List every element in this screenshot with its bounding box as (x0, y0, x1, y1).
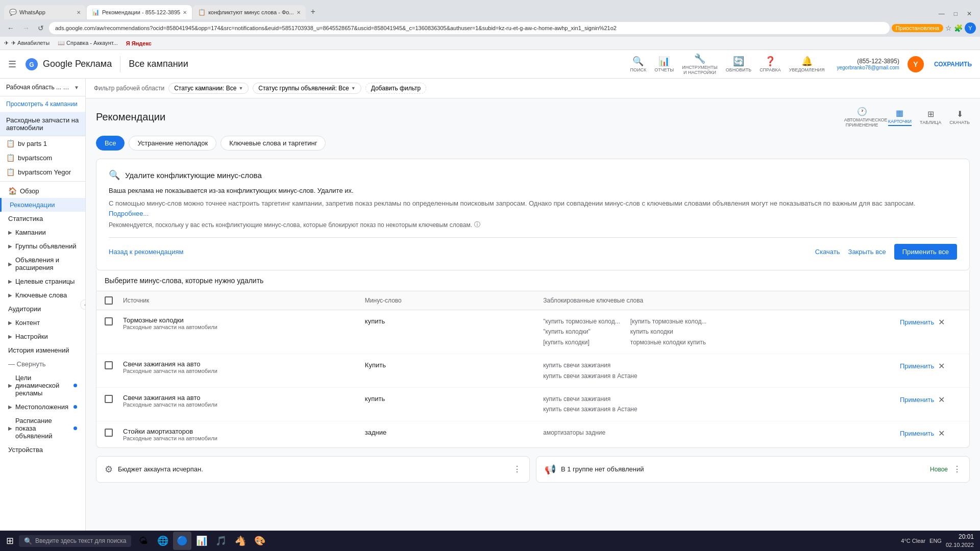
rec-card-link[interactable]: Подробнее... (109, 210, 149, 217)
rec-download-btn[interactable]: Скачать (815, 248, 840, 256)
rec-close-all-btn[interactable]: Закрыть все (848, 248, 886, 256)
bookmark-aviabilety[interactable]: ✈ ✈ Авиабилеты (4, 40, 50, 46)
workspace-label: Рабочая область ... Все кампании (6, 84, 72, 91)
row3-apply-btn[interactable]: Применить (900, 396, 934, 404)
row4-source-name: Стойки амортизаторов (123, 428, 361, 435)
row3-close-btn[interactable]: ✕ (938, 395, 945, 405)
sidebar-item-devices[interactable]: Устройства (0, 443, 85, 457)
select-all-checkbox[interactable] (105, 296, 113, 305)
row1-apply-btn[interactable]: Применить (900, 318, 934, 326)
no-ads-more-icon[interactable]: ⋮ (953, 464, 961, 474)
pill-keywords[interactable]: Ключевые слова и таргетинг (220, 136, 326, 151)
account-info[interactable]: (855-122-3895) yegorbranko78@gmail.com (837, 58, 899, 70)
adgroups-expand-icon: ▶ (8, 243, 12, 249)
sidebar-item-ads[interactable]: ▶ Объявления и расширения (0, 253, 85, 274)
filter-chip-add[interactable]: Добавить фильтр (365, 83, 426, 94)
sidebar-item-overview[interactable]: 🏠 Обзор (0, 184, 85, 198)
window-minimize[interactable]: — (935, 8, 949, 19)
account-avatar[interactable]: Y (908, 56, 924, 72)
row4-apply-btn[interactable]: Применить (900, 430, 934, 437)
content-area: Фильтр рабочей области Статус кампании: … (86, 79, 980, 531)
sidebar-item-campaigns[interactable]: ▶ Кампании (0, 226, 85, 239)
table-icon: ⊞ (927, 109, 934, 119)
address-input-container[interactable]: ads.google.com/aw/recommendations?ocid=8… (49, 22, 890, 34)
filter-chip-adgroup-status[interactable]: Статус группы объявлений: Все ▼ (253, 83, 361, 94)
row4-close-btn[interactable]: ✕ (938, 429, 945, 438)
view-buttons: 🕐 АВТОМАТИЧЕСКОЕ ПРИМЕНЕНИЕ ▦ КАРТОЧКИ ⊞… (844, 107, 970, 128)
sidebar-item-content[interactable]: ▶ Контент (0, 316, 85, 330)
rec-apply-all-btn[interactable]: Применить все (894, 244, 957, 260)
account-bvpartscom-yegor[interactable]: 📋 bvpartscom Yegor (0, 165, 85, 179)
rec-search-icon: 🔍 (109, 169, 120, 181)
budget-more-icon[interactable]: ⋮ (513, 464, 521, 474)
row2-close-btn[interactable]: ✕ (938, 361, 945, 371)
sidebar-item-landing[interactable]: ▶ Целевые страницы (0, 274, 85, 288)
row2-apply-btn[interactable]: Применить (900, 362, 934, 370)
bookmark-star[interactable]: ☆ (945, 24, 952, 32)
nav-action-reports[interactable]: 📊 ОТЧЕТЫ (654, 56, 674, 72)
campaign-name[interactable]: Расходные запчасти на автомобили (0, 112, 85, 136)
bookmark-spravka[interactable]: 📖 Справка - Аккаунт... (58, 40, 118, 46)
sidebar-item-schedule[interactable]: ▶ Расписание показа объявлений (0, 414, 85, 443)
tab-close-whatsapp[interactable]: ✕ (77, 10, 81, 15)
row1-checkbox[interactable] (105, 317, 113, 325)
sidebar-item-settings[interactable]: ▶ Настройки (0, 330, 85, 343)
row4-check[interactable] (105, 428, 123, 437)
back-button[interactable]: ← (4, 23, 17, 33)
view-campaigns[interactable]: Просмотреть 4 кампании (0, 96, 85, 112)
row4-checkbox[interactable] (105, 429, 113, 437)
row2-check[interactable] (105, 360, 123, 369)
row1-close-btn[interactable]: ✕ (938, 317, 945, 327)
view-btn-table[interactable]: ⊞ ТАБЛИЦА (920, 109, 941, 125)
nav-action-tools[interactable]: 🔧 ИНСТРУМЕНТЫИ НАСТРОЙКИ (682, 53, 718, 75)
view-btn-cards[interactable]: ▦ КАРТОЧКИ (888, 108, 912, 126)
window-close[interactable]: ✕ (963, 8, 976, 19)
forward-button[interactable]: → (19, 23, 33, 33)
sidebar-item-audiences[interactable]: Аудитории (0, 302, 85, 316)
workspace-selector[interactable]: Рабочая область ... Все кампании ▼ (0, 79, 85, 96)
view-btn-auto[interactable]: 🕐 АВТОМАТИЧЕСКОЕ ПРИМЕНЕНИЕ (844, 107, 880, 128)
hamburger-menu[interactable]: ☰ (8, 59, 16, 70)
new-tab-button[interactable]: + (307, 5, 320, 18)
save-button[interactable]: СОХРАНИТЬ (934, 61, 972, 68)
window-maximize[interactable]: □ (950, 8, 962, 19)
sidebar-item-history[interactable]: История изменений (0, 343, 85, 357)
view-btn-download[interactable]: ⬇ СКАЧАТЬ (949, 109, 970, 125)
nav-action-search[interactable]: 🔍 ПОИСК (630, 56, 647, 72)
tab-whatsapp[interactable]: 💬 WhatsApp ✕ (4, 5, 86, 19)
bookmark-yandex[interactable]: Я Яндекс (126, 40, 152, 46)
schedule-expand-icon: ▶ (8, 425, 12, 431)
row1-check[interactable] (105, 316, 123, 325)
row2-checkbox[interactable] (105, 361, 113, 369)
profile-avatar[interactable]: Y (965, 22, 976, 34)
rec-back-link[interactable]: Назад к рекомендациям (109, 248, 184, 256)
pill-troubleshoot[interactable]: Устранение неполадок (129, 136, 216, 151)
nav-action-help[interactable]: ❓ СПРАВКА (760, 56, 781, 72)
sidebar-item-adgroups[interactable]: ▶ Группы объявлений (0, 239, 85, 253)
sidebar-item-keywords[interactable]: ▶ Ключевые слова (0, 288, 85, 302)
sidebar-item-dynamic[interactable]: ▶ Цели динамической рекламы (0, 371, 85, 400)
tab-conflicting[interactable]: 📋 конфликтуют минус слова - Фо... ✕ (193, 5, 305, 19)
google-ads-logo-icon: G (24, 57, 39, 71)
sidebar-item-collapse[interactable]: — Свернуть (0, 357, 85, 371)
row3-check[interactable] (105, 394, 123, 403)
sidebar-item-locations[interactable]: ▶ Местоположения (0, 400, 85, 414)
extension-puzzle[interactable]: 🧩 (954, 24, 963, 32)
col-check-header[interactable] (105, 296, 123, 305)
sidebar-item-statistics[interactable]: Статистика (0, 212, 85, 226)
filter-chip-campaign-status[interactable]: Статус кампании: Все ▼ (168, 83, 249, 94)
account-bvparts1[interactable]: 📋 bv parts 1 (0, 136, 85, 151)
pill-all[interactable]: Все (96, 136, 125, 151)
sidebar-item-recommendations[interactable]: Рекомендации (0, 198, 85, 212)
rec-card-note: Рекомендуется, поскольку у вас есть конф… (109, 220, 957, 229)
bottom-card-no-ads: 📢 В 1 группе нет объявлений Новое ⋮ (536, 456, 970, 483)
reload-button[interactable]: ↺ (35, 23, 47, 33)
tab-close-conflicting[interactable]: ✕ (297, 10, 301, 15)
nav-action-notifications[interactable]: 🔔 УВЕДОМЛЕНИЯ (789, 56, 825, 72)
nav-action-refresh[interactable]: 🔄 ОБНОВИТЬ (726, 56, 751, 72)
row3-checkbox[interactable] (105, 395, 113, 403)
tab-close-recommendations[interactable]: ✕ (183, 10, 187, 15)
tab-recommendations[interactable]: 📊 Рекомендации - 855-122-3895 ✕ (87, 5, 192, 19)
account-bvpartscom[interactable]: 📋 bvpartscom (0, 151, 85, 165)
sidebar: Рабочая область ... Все кампании ▼ Просм… (0, 79, 86, 531)
